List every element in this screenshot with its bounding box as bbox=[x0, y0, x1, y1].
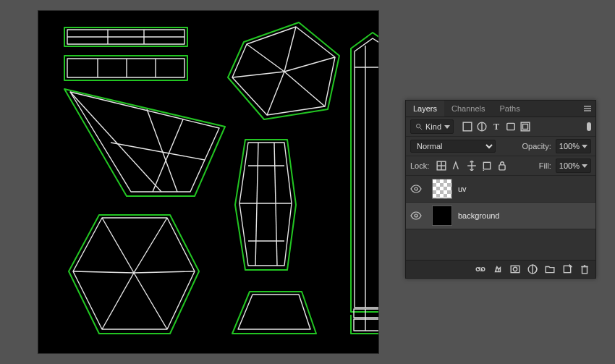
filter-smartobj-icon[interactable] bbox=[520, 122, 530, 132]
lock-row: Lock: Fill: 100% bbox=[406, 156, 595, 176]
svg-line-32 bbox=[134, 273, 167, 329]
svg-text:fx: fx bbox=[496, 267, 500, 274]
svg-line-33 bbox=[102, 273, 134, 329]
filter-pixel-icon[interactable] bbox=[462, 122, 472, 132]
lock-transparent-icon[interactable] bbox=[436, 161, 446, 171]
filter-kind-dropdown[interactable]: Kind bbox=[410, 119, 454, 134]
layer-thumbnail[interactable] bbox=[432, 206, 452, 226]
tab-layers[interactable]: Layers bbox=[406, 101, 444, 117]
svg-point-77 bbox=[513, 267, 517, 271]
layer-list: uv background bbox=[406, 176, 595, 261]
svg-point-71 bbox=[415, 187, 417, 190]
panel-menu-icon[interactable] bbox=[580, 101, 595, 117]
filter-type-icon[interactable]: T bbox=[491, 122, 501, 132]
layer-filter-row: Kind T bbox=[406, 117, 595, 137]
adjustment-layer-icon[interactable] bbox=[527, 264, 538, 274]
svg-marker-70 bbox=[582, 164, 588, 168]
svg-line-29 bbox=[102, 218, 134, 273]
layer-row[interactable]: background bbox=[406, 203, 595, 229]
svg-line-34 bbox=[73, 271, 134, 273]
svg-marker-41 bbox=[238, 295, 310, 329]
svg-line-22 bbox=[247, 44, 284, 72]
document-canvas[interactable] bbox=[38, 11, 378, 353]
filter-type-buttons: T bbox=[462, 122, 530, 132]
svg-line-17 bbox=[70, 92, 161, 192]
svg-marker-42 bbox=[355, 38, 378, 308]
filter-kind-label: Kind bbox=[425, 122, 441, 131]
lock-all-icon[interactable] bbox=[497, 161, 507, 171]
svg-point-72 bbox=[415, 214, 417, 217]
lock-position-icon[interactable] bbox=[467, 161, 477, 171]
layer-thumbnail[interactable] bbox=[432, 179, 452, 199]
filter-adjustment-icon[interactable] bbox=[477, 122, 487, 132]
svg-line-24 bbox=[284, 57, 335, 72]
svg-rect-80 bbox=[582, 267, 588, 274]
svg-line-30 bbox=[134, 218, 167, 273]
blend-mode-select[interactable]: Normal bbox=[410, 140, 496, 153]
svg-rect-46 bbox=[354, 309, 378, 318]
svg-point-53 bbox=[417, 124, 420, 128]
svg-marker-61 bbox=[582, 145, 588, 148]
svg-rect-56 bbox=[463, 122, 472, 131]
uv-wire-white bbox=[38, 11, 378, 353]
svg-line-37 bbox=[255, 143, 258, 266]
lock-pixels-icon[interactable] bbox=[451, 161, 462, 171]
svg-line-27 bbox=[232, 72, 284, 77]
tab-channels[interactable]: Channels bbox=[444, 101, 492, 117]
tab-paths[interactable]: Paths bbox=[493, 101, 527, 117]
svg-rect-73 bbox=[476, 268, 480, 271]
layers-panel: Layers Channels Paths Kind T Normal Opac… bbox=[405, 100, 596, 279]
svg-marker-55 bbox=[444, 125, 450, 129]
lock-buttons bbox=[436, 161, 507, 171]
svg-marker-16 bbox=[70, 92, 219, 192]
svg-line-38 bbox=[274, 143, 277, 266]
svg-rect-58 bbox=[507, 123, 515, 130]
svg-rect-60 bbox=[523, 124, 528, 130]
svg-line-25 bbox=[284, 72, 325, 106]
svg-line-31 bbox=[134, 271, 195, 273]
svg-rect-67 bbox=[484, 162, 491, 169]
svg-rect-12 bbox=[67, 59, 184, 77]
link-layers-icon[interactable] bbox=[475, 264, 485, 274]
visibility-toggle[interactable] bbox=[406, 211, 426, 220]
opacity-value[interactable]: 100% bbox=[556, 139, 591, 153]
svg-rect-47 bbox=[354, 319, 378, 331]
panel-tab-bar: Layers Channels Paths bbox=[406, 101, 595, 117]
lock-artboard-icon[interactable] bbox=[482, 161, 492, 171]
blend-row: Normal Opacity: 100% bbox=[406, 137, 595, 156]
layer-panel-footer: fx bbox=[406, 261, 595, 278]
layer-mask-icon[interactable] bbox=[510, 264, 520, 274]
filter-toggle-switch[interactable] bbox=[587, 122, 591, 131]
opacity-label: Opacity: bbox=[522, 142, 551, 151]
layer-name[interactable]: background bbox=[458, 211, 500, 220]
fill-label: Fill: bbox=[539, 161, 551, 170]
layer-style-icon[interactable]: fx bbox=[493, 264, 503, 274]
svg-line-54 bbox=[420, 128, 423, 130]
visibility-toggle[interactable] bbox=[406, 185, 426, 193]
group-layers-icon[interactable] bbox=[545, 264, 555, 274]
svg-marker-35 bbox=[239, 143, 292, 266]
svg-line-23 bbox=[284, 27, 296, 72]
new-layer-icon[interactable] bbox=[562, 264, 572, 274]
fill-value[interactable]: 100% bbox=[556, 158, 591, 173]
layer-list-empty-area[interactable] bbox=[406, 229, 595, 261]
delete-layer-icon[interactable] bbox=[580, 264, 590, 274]
layer-row[interactable]: uv bbox=[406, 176, 595, 203]
svg-line-26 bbox=[267, 72, 284, 115]
svg-rect-69 bbox=[499, 165, 505, 170]
svg-rect-74 bbox=[481, 268, 485, 271]
lock-label: Lock: bbox=[410, 161, 429, 170]
layer-name[interactable]: uv bbox=[458, 185, 467, 193]
filter-shape-icon[interactable] bbox=[506, 122, 516, 132]
